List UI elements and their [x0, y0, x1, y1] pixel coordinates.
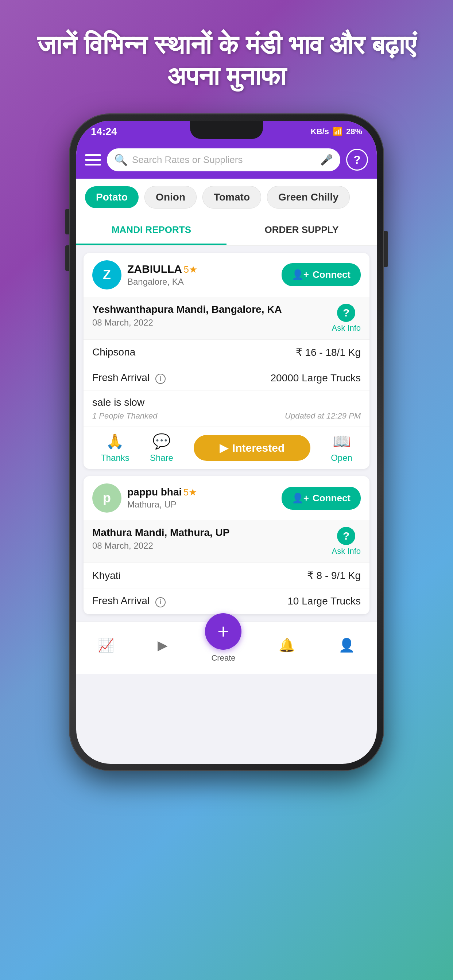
interested-arrow-1: ▶ [220, 442, 228, 454]
seller-1-location: Bangalore, KA [127, 277, 276, 287]
phone-screen: 14:24 KB/s 📶 28% 🔍 Search Rates or Suppl… [76, 121, 377, 764]
category-chip-tomato[interactable]: Tomato [203, 186, 261, 208]
power-button [384, 231, 388, 267]
connect-icon-2: 👤+ [292, 493, 309, 504]
share-label-1: Share [150, 453, 173, 463]
menu-button[interactable] [85, 154, 101, 165]
wifi-icon: 📶 [333, 127, 343, 136]
mandi-2-date: 08 March, 2022 [92, 541, 230, 551]
main-content: Z ZABIULLA 5★ Bangalore, KA 👤+ Connect [76, 246, 377, 622]
search-icon: 🔍 [114, 153, 128, 166]
category-bar: Potato Onion Tomato Green Chilly [76, 179, 377, 216]
seller-1-name: ZABIULLA 5★ [127, 263, 276, 275]
help-button[interactable]: ? [346, 149, 368, 170]
phone-mockup: 14:24 KB/s 📶 28% 🔍 Search Rates or Suppl… [70, 114, 383, 770]
nav-create[interactable]: + Create [211, 628, 235, 663]
thanked-label-1: 1 People Thanked [92, 411, 158, 421]
card-1-actions: 🙏 Thanks 💬 Share ▶ Interested 📖 [83, 426, 370, 469]
seller-1-rating: 5★ [183, 264, 197, 275]
volume-up-button [65, 209, 69, 234]
interested-label-1: Interested [232, 442, 284, 454]
bottom-nav: 📈 ▶ + Create 🔔 👤 [76, 622, 377, 674]
status-time: 14:24 [91, 126, 117, 137]
interested-button-1[interactable]: ▶ Interested [194, 435, 310, 461]
card-2-mandi-info: Mathura Mandi, Mathura, UP 08 March, 202… [83, 520, 370, 563]
card-2-header: p pappu bhai 5★ Mathura, UP 👤+ Connect [83, 476, 370, 520]
category-chip-greenchilly[interactable]: Green Chilly [267, 186, 350, 208]
category-chip-potato[interactable]: Potato [85, 186, 139, 208]
seller-1-avatar: Z [92, 260, 121, 290]
hero-title: जानें विभिन्न स्थानों के मंडी भाव और बढ़… [0, 29, 453, 92]
card-2-arrival-row: Fresh Arrival i 10 Large Trucks [83, 589, 370, 614]
seller-2-info: pappu bhai 5★ Mathura, UP [127, 486, 276, 510]
category-chip-onion[interactable]: Onion [144, 186, 196, 208]
mandi-card-2: p pappu bhai 5★ Mathura, UP 👤+ Connect [83, 476, 370, 614]
thanks-label-1: Thanks [100, 453, 129, 463]
notch [190, 121, 263, 139]
mandi-2-name: Mathura Mandi, Mathura, UP [92, 527, 230, 538]
connect-icon-1: 👤+ [292, 269, 309, 280]
arrival-value-1: 20000 Large Trucks [271, 372, 361, 384]
signal-text: KB/s [311, 127, 329, 136]
mic-icon[interactable]: 🎤 [320, 154, 333, 166]
search-input[interactable]: Search Rates or Suppliers [132, 154, 316, 165]
info-icon-1: i [155, 374, 166, 384]
ask-info-1[interactable]: ? Ask Info [332, 304, 361, 333]
price-2: ₹ 8 - 9/1 Kg [307, 570, 361, 582]
arrival-label-2: Fresh Arrival i [92, 595, 166, 608]
info-icon-2: i [155, 597, 166, 608]
updated-label-1: Updated at 12:29 PM [285, 411, 361, 421]
volume-down-button [65, 245, 69, 271]
status-icons: KB/s 📶 28% [311, 127, 362, 136]
phone-frame: 14:24 KB/s 📶 28% 🔍 Search Rates or Suppl… [70, 114, 383, 770]
ask-info-icon-1: ? [337, 304, 355, 322]
nav-profile[interactable]: 👤 [338, 638, 355, 653]
seller-2-name: pappu bhai 5★ [127, 486, 276, 498]
nav-video[interactable]: ▶ [158, 638, 168, 653]
connect-button-2[interactable]: 👤+ Connect [282, 487, 361, 510]
trending-icon: 📈 [98, 638, 114, 653]
ask-info-2[interactable]: ? Ask Info [332, 527, 361, 556]
variety-label-1: Chipsona [92, 346, 135, 358]
seller-2-avatar: p [92, 484, 121, 512]
thanks-icon-1: 🙏 [106, 433, 124, 450]
tab-order-supply[interactable]: ORDER SUPPLY [226, 216, 377, 245]
card-1-variety-row: Chipsona ₹ 16 - 18/1 Kg [83, 340, 370, 365]
search-bar[interactable]: 🔍 Search Rates or Suppliers 🎤 [107, 148, 340, 171]
seller-1-info: ZABIULLA 5★ Bangalore, KA [127, 263, 276, 287]
mandi-1-name: Yeshwanthapura Mandi, Bangalore, KA [92, 304, 282, 315]
arrival-value-2: 10 Large Trucks [287, 595, 361, 607]
nav-trending[interactable]: 📈 [98, 638, 114, 653]
fab-label: Create [211, 653, 235, 663]
mandi-1-date: 08 March, 2022 [92, 318, 282, 328]
card-1-header: Z ZABIULLA 5★ Bangalore, KA 👤+ Connect [83, 253, 370, 297]
hamburger-line-3 [85, 164, 101, 165]
fab-button[interactable]: + [205, 613, 241, 650]
ask-info-label-2: Ask Info [332, 547, 361, 556]
tab-mandi-reports[interactable]: MANDI REPORTS [76, 216, 226, 245]
open-action-1[interactable]: 📖 Open [331, 433, 353, 463]
share-action-1[interactable]: 💬 Share [150, 433, 173, 463]
seller-2-location: Mathura, UP [127, 500, 276, 510]
seller-1-name-text: ZABIULLA [127, 263, 182, 275]
app-header: 🔍 Search Rates or Suppliers 🎤 ? [76, 143, 377, 179]
open-label-1: Open [331, 453, 353, 463]
thanks-action-1[interactable]: 🙏 Thanks [100, 433, 129, 463]
hamburger-line-1 [85, 154, 101, 156]
card-1-arrival-row: Fresh Arrival i 20000 Large Trucks [83, 365, 370, 391]
card-1-note: sale is slow [83, 391, 370, 410]
variety-label-2: Khyati [92, 570, 121, 582]
seller-2-name-text: pappu bhai [127, 486, 182, 498]
hamburger-line-2 [85, 159, 101, 161]
card-2-mandi-details: Mathura Mandi, Mathura, UP 08 March, 202… [92, 527, 230, 551]
video-icon: ▶ [158, 638, 168, 653]
card-1-mandi-info: Yeshwanthapura Mandi, Bangalore, KA 08 M… [83, 297, 370, 340]
open-icon-1: 📖 [333, 433, 351, 450]
nav-notifications[interactable]: 🔔 [279, 638, 295, 653]
seller-2-rating: 5★ [183, 487, 197, 498]
ask-info-label-1: Ask Info [332, 323, 361, 333]
share-icon-1: 💬 [152, 433, 171, 450]
connect-button-1[interactable]: 👤+ Connect [282, 263, 361, 286]
tab-bar: MANDI REPORTS ORDER SUPPLY [76, 216, 377, 246]
arrival-label-1: Fresh Arrival i [92, 372, 166, 384]
